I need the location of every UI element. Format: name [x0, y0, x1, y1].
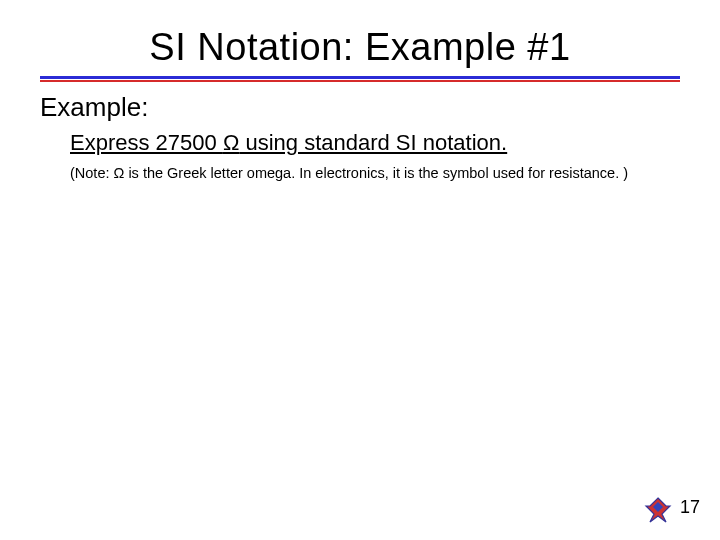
title-divider	[40, 76, 680, 82]
omega-symbol: Ω	[223, 130, 239, 155]
problem-prompt: Express 27500 Ω using standard SI notati…	[70, 130, 507, 156]
prompt-text-suffix: using standard SI notation.	[239, 130, 507, 155]
divider-blue	[40, 76, 680, 79]
logo-icon	[644, 496, 672, 524]
note-text: (Note: Ω is the Greek letter omega. In e…	[70, 164, 690, 182]
slide: SI Notation: Example #1 Example: Express…	[0, 0, 720, 540]
prompt-text-prefix: Express 27500	[70, 130, 223, 155]
divider-red	[40, 80, 680, 82]
note-prefix: (Note:	[70, 165, 114, 181]
slide-title: SI Notation: Example #1	[0, 26, 720, 69]
page-number: 17	[680, 497, 700, 518]
omega-symbol: Ω	[114, 165, 125, 181]
example-heading: Example:	[40, 92, 148, 123]
note-suffix: is the Greek letter omega. In electronic…	[124, 165, 628, 181]
